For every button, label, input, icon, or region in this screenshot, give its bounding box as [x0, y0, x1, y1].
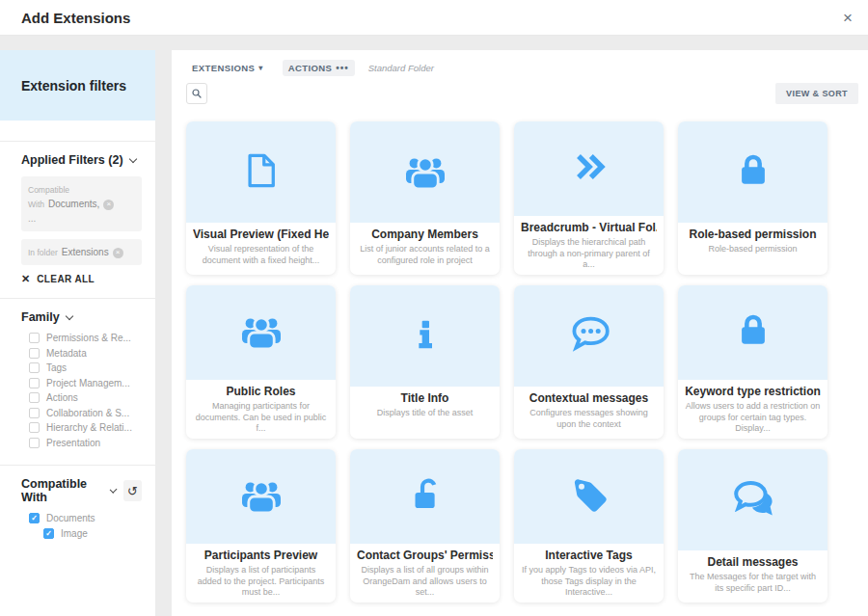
extension-card[interactable]: Participants Preview Displays a list of … — [186, 449, 336, 603]
chat-icon — [730, 475, 776, 525]
group-icon — [402, 147, 448, 198]
family-header[interactable]: Family — [21, 310, 142, 324]
checkbox[interactable] — [29, 422, 40, 433]
filter-checkbox-item[interactable]: Documents — [29, 513, 142, 523]
filter-checkbox-item[interactable]: Image — [43, 528, 142, 539]
current-folder-label: Standard Folder — [368, 63, 434, 73]
checkbox[interactable] — [29, 362, 40, 373]
checkbox[interactable] — [29, 408, 40, 418]
checkbox-label: Permissions & Re... — [46, 333, 131, 343]
filter-checkbox-item[interactable]: Hierarchy & Relati... — [29, 422, 142, 433]
clear-icon: ✕ — [21, 273, 30, 285]
filter-checkbox-item[interactable]: Presentation — [29, 438, 142, 448]
filter-checkbox-item[interactable]: Project Managem... — [29, 378, 142, 388]
checkbox-label: Collaboration & S... — [46, 408, 129, 418]
applied-filters-title: Applied Filters (2) — [21, 153, 123, 167]
extension-card[interactable]: Contact Groups' Permissi... Displays a l… — [350, 449, 500, 603]
extension-card[interactable]: Interactive Tags If you apply Tags to vi… — [514, 449, 664, 603]
chevron-down-icon — [65, 311, 72, 319]
checkbox[interactable] — [29, 438, 40, 448]
filter-checkbox-item[interactable]: Permissions & Re... — [29, 333, 142, 343]
tag-icon — [566, 471, 612, 522]
extension-description: Configures messages showing upon the con… — [521, 408, 657, 430]
sidebar-header: Extension filters — [0, 50, 155, 121]
extension-card[interactable]: Company Members List of junior accounts … — [350, 121, 500, 275]
extension-title: Participants Preview — [193, 549, 329, 562]
extension-card[interactable]: Visual Preview (Fixed Hei... Visual repr… — [186, 121, 336, 275]
family-title: Family — [21, 310, 60, 324]
extension-description: Displays a list of participants added to… — [193, 565, 329, 599]
compatible-with-header[interactable]: Compatible With ↺ — [21, 477, 142, 504]
dialog-titlebar: Add Extensions × — [0, 0, 868, 36]
checkbox[interactable] — [29, 348, 40, 359]
extension-description: Visual representation of the document wi… — [193, 244, 329, 266]
checkbox[interactable] — [29, 392, 40, 403]
checkbox-label: Metadata — [46, 348, 87, 359]
unlock-icon — [405, 474, 446, 519]
compatible-checkbox-list: Documents Image — [21, 513, 142, 539]
extensions-dropdown[interactable]: EXTENSIONS ▾ — [186, 60, 269, 76]
filter-checkbox-item[interactable]: Collaboration & S... — [29, 408, 142, 418]
filter-chip-overflow: ... — [28, 211, 135, 226]
extension-card[interactable]: Public Roles Managing participants for d… — [186, 285, 336, 439]
extensions-dropdown-label: EXTENSIONS — [192, 63, 255, 73]
filters-sidebar: Extension filters Applied Filters (2) Co… — [0, 50, 155, 616]
extension-card[interactable]: Detail messages The Messages for the tar… — [678, 449, 827, 603]
extension-card[interactable]: Contextual messages Configures messages … — [514, 285, 664, 439]
extension-title: Public Roles — [193, 385, 329, 398]
applied-filters-header[interactable]: Applied Filters (2) — [21, 153, 142, 167]
extension-title: Interactive Tags — [521, 549, 657, 562]
filter-chip-label: In folder — [28, 248, 58, 257]
extension-description: Role-based permission — [685, 244, 821, 255]
checkbox[interactable] — [43, 528, 54, 539]
group-icon — [238, 308, 285, 358]
extension-card[interactable]: Breadcrumb - Virtual Fol... Displays the… — [514, 121, 664, 275]
compatible-with-title: Compatible With — [21, 477, 104, 504]
extension-description: Displays a list of all groups within Ora… — [357, 565, 493, 599]
extension-title: Title Info — [357, 391, 493, 405]
view-sort-button[interactable]: VIEW & SORT — [775, 83, 858, 104]
caret-down-icon: ▾ — [258, 64, 262, 72]
checkbox-label: Hierarchy & Relati... — [46, 422, 132, 433]
close-icon[interactable]: × — [843, 10, 853, 26]
search-icon — [191, 88, 203, 99]
search-button[interactable] — [186, 83, 207, 104]
extension-card[interactable]: Role-based permission Role-based permiss… — [678, 121, 827, 275]
lock-icon — [733, 310, 773, 355]
checkbox[interactable] — [29, 513, 40, 523]
filter-checkbox-item[interactable]: Tags — [29, 362, 142, 373]
filter-chip-value: Extensions — [62, 247, 109, 257]
actions-menu-label: ACTIONS — [288, 63, 333, 73]
remove-filter-icon[interactable]: × — [103, 200, 114, 210]
info-icon — [406, 315, 445, 358]
extension-description: The Messages for the target with its spe… — [685, 572, 821, 594]
extension-title: Contextual messages — [521, 391, 657, 405]
compatible-with-section: Compatible With ↺ Documents Image — [0, 465, 155, 555]
extension-description: Managing participants for documents. Can… — [193, 401, 329, 435]
filter-checkbox-item[interactable]: Metadata — [29, 348, 142, 359]
checkbox-label: Project Managem... — [46, 378, 130, 388]
clear-all-label: CLEAR ALL — [37, 274, 95, 284]
clear-all-button[interactable]: ✕ CLEAR ALL — [21, 273, 142, 285]
extension-card[interactable]: Keyword type restriction Allows users to… — [678, 285, 827, 439]
extension-title: Keyword type restriction — [685, 385, 821, 398]
remove-filter-icon[interactable]: × — [113, 248, 123, 258]
group-icon — [238, 471, 285, 522]
filter-checkbox-item[interactable]: Actions — [29, 392, 142, 403]
extension-title: Breadcrumb - Virtual Fol... — [521, 221, 657, 234]
dialog-title: Add Extensions — [21, 10, 130, 26]
extension-description: Displays the hierarchical path through a… — [521, 237, 657, 271]
filter-chip-value: Documents, — [48, 199, 99, 209]
reset-filter-icon[interactable]: ↺ — [123, 480, 142, 501]
checkbox-label: Tags — [46, 362, 67, 373]
checkbox[interactable] — [29, 378, 40, 388]
toolbar: EXTENSIONS ▾ ACTIONS ••• Standard Folder — [186, 60, 434, 76]
actions-menu[interactable]: ACTIONS ••• — [283, 60, 355, 76]
checkbox[interactable] — [29, 333, 40, 343]
extensions-panel: EXTENSIONS ▾ ACTIONS ••• Standard Folder… — [172, 50, 868, 616]
checkbox-label: Actions — [46, 392, 78, 403]
extension-description: If you apply Tags to videos via API, tho… — [521, 565, 657, 599]
extension-card[interactable]: Title Info Displays title of the asset — [350, 285, 500, 439]
filter-chip: In folderExtensions× — [21, 239, 142, 265]
extension-title: Visual Preview (Fixed Hei... — [193, 228, 329, 241]
